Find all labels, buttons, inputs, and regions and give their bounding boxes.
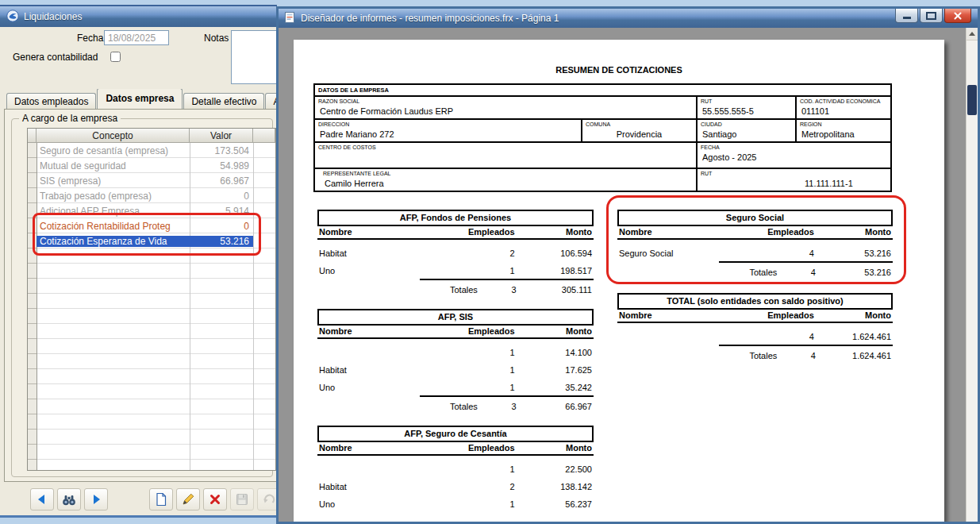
report-page: RESUMEN DE COTIZACIONES DATOS DE LA EMPR…: [294, 40, 944, 522]
row-selector[interactable]: [28, 173, 37, 188]
report-designer-window: Diseñador de informes - resumen imposici…: [276, 6, 980, 524]
cell-concepto[interactable]: Mutual de seguridad: [37, 160, 190, 171]
new-document-icon: [154, 492, 168, 507]
table-row: Habitat 2 138.142: [317, 476, 594, 493]
rut-representante-cell: RUT 11.111.111-1: [696, 169, 890, 191]
preview-area: RESUMEN DE COTIZACIONES DATOS DE LA EMPR…: [279, 28, 978, 522]
tab-datos-empleados[interactable]: Datos empleados: [6, 93, 96, 109]
totals-row: Totales 3 305.111: [317, 280, 594, 296]
tab-datos-empresa[interactable]: Datos empresa: [97, 89, 183, 109]
fecha-input[interactable]: [104, 30, 169, 45]
group-title: A cargo de la empresa: [19, 113, 121, 124]
row-selector[interactable]: [28, 218, 37, 233]
scrollbar-up-button[interactable]: [967, 28, 978, 40]
cell-concepto[interactable]: SIS (empresa): [37, 175, 190, 187]
cod-actividad-cell: COD. ACTIVIDAD ECONOMICA 011101: [795, 97, 890, 118]
cell-concepto[interactable]: Adicional AFP Empresa: [37, 206, 190, 217]
scrollbar-thumb[interactable]: [967, 85, 977, 115]
conceptos-grid: Concepto Valor Seguro de cesantía (empre…: [27, 128, 276, 471]
table-seguro-social: Seguro Social Nombre Empleados Monto Seg…: [617, 210, 893, 279]
table-row: Uno 1 35.242: [317, 376, 594, 394]
genera-contabilidad-checkbox[interactable]: [110, 52, 121, 62]
cell-concepto[interactable]: Seguro de cesantía (empresa): [37, 145, 190, 156]
table-row: Uno 1 198.517: [317, 260, 594, 277]
maximize-button[interactable]: [920, 9, 943, 23]
column-header-valor[interactable]: Valor: [190, 129, 253, 143]
comuna-label: COMUNA: [582, 120, 696, 128]
window-title: Liquidaciones: [24, 11, 82, 22]
vertical-scrollbar[interactable]: [966, 28, 978, 522]
column-header-concepto[interactable]: Concepto: [37, 129, 190, 143]
grid-row-selected-esperanza[interactable]: Cotización Esperanza de Vida 53.216: [28, 233, 275, 249]
tab-panel: A cargo de la empresa Concepto Valor Seg…: [4, 109, 276, 482]
table-header: Nombre Empleados Monto: [317, 442, 594, 456]
previous-record-button[interactable]: [30, 488, 54, 511]
representante-cell: REPRESENTANTE LEGAL Camilo Herrera: [315, 169, 696, 191]
cell-concepto[interactable]: Cotización Rentabilidad Proteg: [37, 221, 190, 232]
direccion-label: DIRECCION: [315, 120, 581, 128]
row-selector[interactable]: [28, 188, 37, 203]
grid-row[interactable]: Seguro de cesantía (empresa) 173.504: [28, 143, 275, 158]
table-title: AFP, SIS: [317, 309, 594, 326]
grid-row[interactable]: Adicional AFP Empresa 5.914: [28, 203, 275, 218]
grid-row[interactable]: Mutual de seguridad 54.989: [28, 158, 275, 173]
grid-row[interactable]: Trabajo pesado (empresa) 0: [28, 188, 275, 203]
delete-record-button[interactable]: [203, 488, 227, 511]
totals-row: Totales 3 66.967: [317, 397, 594, 413]
grid-body: Seguro de cesantía (empresa) 173.504 Mut…: [28, 143, 275, 470]
table-row: Seguro Social 4 53.216: [617, 242, 893, 260]
cell-valor[interactable]: 53.216: [190, 236, 253, 247]
laudus-logo-icon: [6, 10, 19, 25]
edit-record-button[interactable]: [176, 488, 200, 511]
tab-detalle-efectivo[interactable]: Detalle efectivo: [183, 93, 264, 109]
table-header: Nombre Empleados Monto: [317, 226, 594, 240]
comuna-cell: COMUNA Providencia: [581, 120, 696, 141]
undo-button[interactable]: [257, 488, 276, 511]
designer-titlebar[interactable]: Diseñador de informes - resumen imposici…: [279, 9, 978, 28]
cell-valor[interactable]: 66.967: [190, 175, 253, 187]
cell-valor[interactable]: 173.504: [190, 145, 253, 156]
tab-asiento[interactable]: As: [265, 93, 276, 109]
tab-strip: Datos empleados Datos empresa Detalle ef…: [6, 89, 276, 109]
maximize-icon: [926, 12, 936, 20]
direccion-cell: DIRECCION Padre Mariano 272: [315, 120, 581, 141]
rut-label: RUT: [698, 97, 795, 105]
binoculars-icon: [62, 492, 76, 507]
notas-textarea[interactable]: [231, 30, 276, 84]
centro-costos-cell: CENTRO DE COSTOS: [315, 143, 696, 168]
razon-social-cell: RAZON SOCIAL Centro de Formación Laudus …: [315, 97, 696, 118]
minimize-button[interactable]: [895, 9, 918, 23]
ciudad-label: CIUDAD: [698, 120, 795, 128]
direccion-value: Padre Mariano 272: [315, 128, 581, 141]
table-row: Habitat 2 106.594: [317, 242, 594, 260]
close-button[interactable]: [944, 9, 971, 23]
table-header: Nombre Empleados Monto: [317, 326, 594, 339]
grid-row-rentabilidad[interactable]: Cotización Rentabilidad Proteg 0: [28, 218, 275, 233]
cell-valor[interactable]: 0: [190, 191, 253, 202]
cell-concepto[interactable]: Cotización Esperanza de Vida: [37, 236, 190, 247]
grid-row[interactable]: SIS (empresa) 66.967: [28, 173, 275, 188]
minimize-icon: [903, 17, 911, 19]
pencil-icon: [181, 492, 195, 507]
table-title: TOTAL (solo entidades con saldo positivo…: [617, 293, 893, 310]
desktop: Liquidaciones Fecha Notas Genera contabi…: [0, 0, 980, 524]
row-selector[interactable]: [28, 143, 37, 158]
cell-valor[interactable]: 5.914: [190, 206, 253, 217]
region-cell: REGION Metropolitana: [795, 120, 890, 141]
new-record-button[interactable]: [149, 488, 173, 511]
row-selector[interactable]: [28, 233, 37, 249]
table-title: AFP, Seguro de Cesantía: [317, 426, 594, 442]
next-record-button[interactable]: [84, 488, 108, 511]
find-button[interactable]: [57, 488, 81, 511]
cell-valor[interactable]: 54.989: [190, 160, 253, 171]
caption-buttons: [895, 9, 971, 23]
right-triangle-icon: [89, 492, 103, 507]
centro-costos-label: CENTRO DE COSTOS: [315, 143, 696, 151]
save-record-button[interactable]: [230, 488, 254, 511]
row-selector[interactable]: [28, 158, 37, 173]
company-info-table: DATOS DE LA EMPRESA RAZON SOCIAL Centro …: [313, 83, 892, 192]
row-selector[interactable]: [28, 203, 37, 218]
cell-valor[interactable]: 0: [190, 221, 253, 232]
cell-concepto[interactable]: Trabajo pesado (empresa): [37, 191, 190, 202]
liquidaciones-titlebar[interactable]: Liquidaciones: [0, 6, 276, 27]
